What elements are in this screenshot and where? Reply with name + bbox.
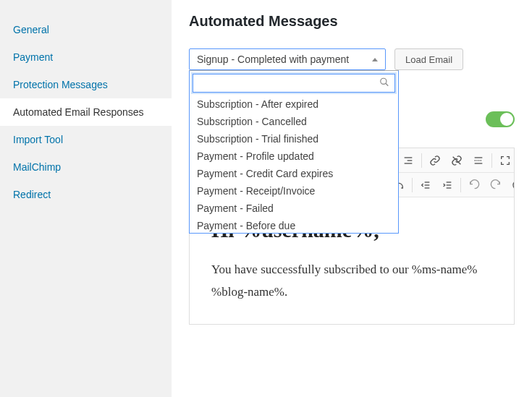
undo-icon[interactable] (464, 175, 484, 195)
template-select-results[interactable]: Subscription - After expired Subscriptio… (190, 95, 398, 233)
option-payment-before-due[interactable]: Payment - Before due (190, 217, 398, 233)
main-panel: Automated Messages Signup - Completed wi… (172, 0, 532, 397)
fullscreen-icon[interactable] (495, 150, 514, 171)
option-payment-profile-updated[interactable]: Payment - Profile updated (190, 148, 398, 165)
settings-sidebar: General Payment Protection Messages Auto… (0, 0, 172, 397)
indent-icon[interactable] (437, 175, 457, 195)
redo-icon[interactable] (486, 175, 506, 195)
sidebar-item-automated-email[interactable]: Automated Email Responses (0, 98, 172, 126)
toolbar-divider (421, 153, 422, 168)
sidebar-item-protection-messages[interactable]: Protection Messages (0, 71, 172, 98)
sidebar-item-mailchimp[interactable]: MailChimp (0, 153, 172, 181)
template-search-input[interactable] (193, 74, 395, 93)
outdent-icon[interactable] (415, 175, 436, 195)
toolbar-divider (491, 153, 492, 168)
option-subscription-after-expired[interactable]: Subscription - After expired (190, 95, 398, 113)
option-subscription-cancelled[interactable]: Subscription - Cancelled (190, 113, 398, 130)
readmore-icon[interactable] (468, 150, 489, 171)
template-select[interactable]: Signup - Completed with payment Subscrip… (189, 48, 386, 70)
enable-toggle[interactable] (486, 111, 515, 127)
help-icon[interactable] (507, 175, 514, 195)
chevron-up-icon (372, 58, 378, 61)
align-right-icon[interactable] (398, 150, 418, 171)
svg-point-47 (513, 181, 514, 189)
toolbar-divider (412, 178, 413, 192)
sidebar-item-import-tool[interactable]: Import Tool (0, 126, 172, 153)
link-icon[interactable] (425, 150, 445, 171)
template-select-value: Signup - Completed with payment (197, 54, 349, 65)
option-payment-failed[interactable]: Payment - Failed (190, 200, 398, 217)
template-select-dropdown: Subscription - After expired Subscriptio… (189, 70, 399, 234)
load-email-button[interactable]: Load Email (394, 48, 463, 70)
editor-line-1: You have successfully subscribed to our … (211, 262, 477, 276)
sidebar-item-redirect[interactable]: Redirect (0, 181, 172, 208)
editor-line-2: %blog-name%. (211, 285, 287, 299)
toolbar-divider (460, 178, 461, 192)
page-title: Automated Messages (189, 13, 515, 30)
unlink-icon[interactable] (447, 150, 467, 171)
option-subscription-trial-finished[interactable]: Subscription - Trial finished (190, 130, 398, 148)
sidebar-item-general[interactable]: General (0, 16, 172, 43)
option-payment-credit-card-expires[interactable]: Payment - Credit Card expires (190, 165, 398, 182)
option-payment-receipt-invoice[interactable]: Payment - Receipt/Invoice (190, 182, 398, 200)
sidebar-item-payment[interactable]: Payment (0, 43, 172, 71)
